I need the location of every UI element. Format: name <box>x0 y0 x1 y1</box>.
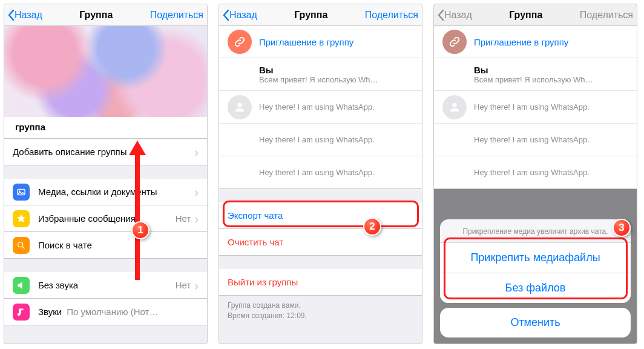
attach-media-label: Прикрепить медиафайлы <box>470 251 600 264</box>
back-label: Назад <box>444 10 472 21</box>
search-icon <box>13 237 30 254</box>
star-icon <box>13 210 30 227</box>
clear-chat-button[interactable]: Очистить чат <box>219 229 422 256</box>
starred-messages-row[interactable]: Избранные сообщения Нет › <box>4 205 207 232</box>
member-status: Hey there! I am using WhatsApp. <box>474 102 628 111</box>
member-row: Hey there! I am using WhatsApp. <box>434 124 637 156</box>
add-description-row[interactable]: Добавить описание группы › <box>4 139 207 165</box>
avatar-placeholder <box>228 161 252 185</box>
share-button: Поделиться <box>580 10 633 21</box>
member-status: Hey there! I am using WhatsApp. <box>474 168 628 177</box>
media-links-docs-row[interactable]: Медиа, ссылки и документы › <box>4 179 207 205</box>
avatar-placeholder <box>228 128 252 152</box>
member-row: Hey there! I am using WhatsApp. <box>434 91 637 124</box>
export-chat-button[interactable]: Экспорт чата <box>219 202 422 229</box>
member-row[interactable]: Hey there! I am using WhatsApp. <box>219 124 422 156</box>
attach-media-button[interactable]: Прикрепить медиафайлы <box>440 242 631 273</box>
mute-row[interactable]: Без звука Нет › <box>4 272 207 299</box>
group-name-label: группа <box>15 122 45 132</box>
without-files-button[interactable]: Без файлов <box>440 273 631 303</box>
member-row[interactable]: Hey there! I am using WhatsApp. <box>219 156 422 189</box>
share-label: Поделиться <box>365 10 418 21</box>
share-label: Поделиться <box>580 10 633 21</box>
sounds-label: Звуки <box>38 307 62 317</box>
member-status: Hey there! I am using WhatsApp. <box>259 102 413 111</box>
back-button[interactable]: Назад <box>223 10 257 21</box>
leave-group-button[interactable]: Выйти из группы <box>219 269 422 296</box>
member-status: Всем привет! Я использую Wh… <box>259 75 413 84</box>
search-in-chat-row[interactable]: Поиск в чате <box>4 232 207 259</box>
member-name: Вы <box>474 65 628 75</box>
navbar: Назад Группа Поделиться <box>4 4 207 26</box>
export-chat-label: Экспорт чата <box>228 210 283 221</box>
share-button[interactable]: Поделиться <box>150 10 203 21</box>
avatar-placeholder <box>228 62 252 87</box>
action-sheet-block: Прикрепление медиа увеличит архив чата. … <box>440 219 631 303</box>
avatar-icon <box>442 95 467 119</box>
member-row[interactable]: Hey there! I am using WhatsApp. <box>219 91 422 124</box>
chevron-right-icon: › <box>194 213 199 225</box>
group-name[interactable]: группа <box>4 117 207 139</box>
sheet-hint: Прикрепление медиа увеличит архив чата. <box>440 219 631 242</box>
link-icon <box>228 30 252 54</box>
avatar-placeholder <box>442 161 467 185</box>
sounds-row[interactable]: Звуки По умолчанию (Нот… <box>4 299 207 325</box>
action-sheet: Прикрепление медиа увеличит архив чата. … <box>440 219 631 337</box>
navbar-title: Группа <box>79 10 113 21</box>
group-invite-label: Приглашение в группу <box>474 37 628 47</box>
group-invite-label: Приглашение в группу <box>259 37 413 47</box>
link-icon <box>442 30 467 54</box>
back-button: Назад <box>438 10 472 21</box>
chevron-right-icon: › <box>194 146 199 158</box>
svg-rect-0 <box>18 189 25 194</box>
chevron-left-icon <box>8 10 15 21</box>
chevron-right-icon: › <box>194 279 199 291</box>
svg-point-6 <box>452 102 456 107</box>
leave-group-label: Выйти из группы <box>228 277 298 287</box>
step-number: 1 <box>137 224 143 236</box>
member-row-you: Вы Всем привет! Я использую Wh… <box>434 58 637 91</box>
footer-line-1: Группа создана вами. <box>228 301 413 311</box>
group-created-footer: Группа создана вами. Время создания: 12:… <box>219 296 422 321</box>
media-icon <box>13 184 30 201</box>
member-status: Всем привет! Я использую Wh… <box>474 75 628 84</box>
avatar-icon <box>228 95 252 119</box>
back-button[interactable]: Назад <box>8 10 42 21</box>
back-label: Назад <box>229 10 257 21</box>
step-badge-2: 2 <box>363 218 381 236</box>
avatar-placeholder <box>442 62 467 87</box>
share-button[interactable]: Поделиться <box>365 10 418 21</box>
screen-1: Назад Группа Поделиться группа Добавить … <box>4 4 208 344</box>
footer-line-2: Время создания: 12:09. <box>228 311 413 321</box>
group-cover-image[interactable] <box>4 26 207 117</box>
sounds-detail: По умолчанию (Нот… <box>67 307 195 317</box>
starred-messages-label: Избранные сообщения <box>38 213 176 224</box>
member-status: Hey there! I am using WhatsApp. <box>259 135 413 144</box>
cancel-button[interactable]: Отменить <box>440 308 631 337</box>
member-status: Hey there! I am using WhatsApp. <box>474 135 628 144</box>
step-number: 3 <box>619 222 624 234</box>
add-description-label: Добавить описание группы <box>13 147 194 157</box>
chevron-left-icon <box>223 10 229 21</box>
screen-2: Назад Группа Поделиться Приглашение в гр… <box>218 4 422 344</box>
group-invite-row: Приглашение в группу <box>434 26 637 58</box>
member-status: Hey there! I am using WhatsApp. <box>259 168 413 177</box>
avatar-placeholder <box>442 128 467 152</box>
member-name: Вы <box>259 65 413 75</box>
cancel-label: Отменить <box>510 316 560 328</box>
share-label: Поделиться <box>150 10 203 21</box>
screen-3: Назад Группа Поделиться Приглашение в гр… <box>433 4 637 344</box>
mute-label: Без звука <box>38 280 176 290</box>
clear-chat-label: Очистить чат <box>228 237 283 247</box>
media-links-docs-label: Медиа, ссылки и документы <box>38 187 194 197</box>
member-row: Hey there! I am using WhatsApp. <box>434 156 637 189</box>
svg-point-2 <box>18 242 23 247</box>
back-label: Назад <box>15 10 42 21</box>
navbar-title: Группа <box>294 10 327 21</box>
group-invite-row[interactable]: Приглашение в группу <box>219 26 422 58</box>
member-row-you[interactable]: Вы Всем привет! Я использую Wh… <box>219 58 422 91</box>
mute-detail: Нет <box>176 280 191 290</box>
speaker-icon <box>13 277 30 294</box>
music-note-icon <box>13 304 30 321</box>
search-in-chat-label: Поиск в чате <box>38 240 199 250</box>
